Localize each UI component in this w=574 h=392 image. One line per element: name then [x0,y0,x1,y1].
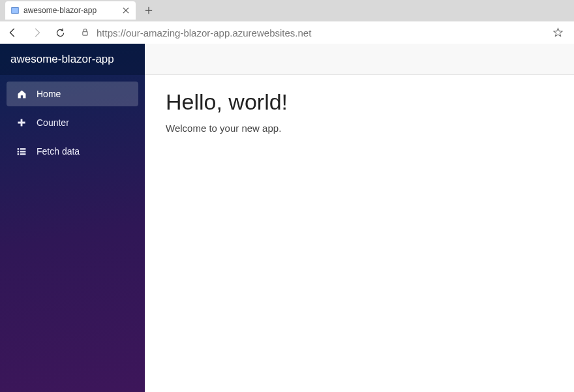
tab-title: awesome-blazor-app [23,6,117,15]
svg-rect-1 [83,32,87,36]
favicon-icon [10,6,20,15]
back-button[interactable] [7,26,20,39]
new-tab-button[interactable] [140,1,158,20]
svg-rect-7 [20,153,26,155]
page-welcome-text: Welcome to your new app. [166,123,553,134]
content-area: Hello, world! Welcome to your new app. [145,44,574,392]
address-bar[interactable]: https://our-amazing-blazor-app.azurewebs… [77,23,567,42]
tab-strip: awesome-blazor-app [0,0,574,21]
forward-button[interactable] [30,26,43,39]
svg-rect-4 [18,151,19,152]
svg-rect-6 [18,153,19,155]
svg-rect-5 [20,151,26,152]
page-content: Hello, world! Welcome to your new app. [145,75,574,148]
url-text: https://our-amazing-blazor-app.azurewebs… [97,27,547,38]
app-root: awesome-blazor-app Home Counter [0,44,574,392]
sidebar-item-label: Home [37,89,61,99]
sidebar: awesome-blazor-app Home Counter [0,44,145,392]
page-heading: Hello, world! [166,89,553,115]
top-bar [145,44,574,75]
svg-rect-3 [20,148,26,149]
plus-icon [16,117,27,128]
lock-icon [81,28,90,37]
sidebar-nav: Home Counter Fetch data [0,75,145,170]
sidebar-item-counter[interactable]: Counter [7,110,138,135]
sidebar-item-fetch-data[interactable]: Fetch data [7,139,138,164]
home-icon [16,88,27,100]
browser-chrome: awesome-blazor-app https://our-amazing-b… [0,0,574,44]
svg-rect-0 [12,8,19,14]
list-icon [16,145,27,157]
refresh-button[interactable] [53,26,67,39]
sidebar-item-label: Fetch data [37,146,80,157]
sidebar-item-home[interactable]: Home [7,82,138,106]
browser-toolbar: https://our-amazing-blazor-app.azurewebs… [0,21,574,44]
app-brand[interactable]: awesome-blazor-app [0,44,145,75]
favorite-icon[interactable] [553,27,564,38]
sidebar-item-label: Counter [37,117,69,128]
browser-tab[interactable]: awesome-blazor-app [5,1,136,20]
svg-rect-2 [18,148,19,149]
close-icon[interactable] [121,6,130,15]
